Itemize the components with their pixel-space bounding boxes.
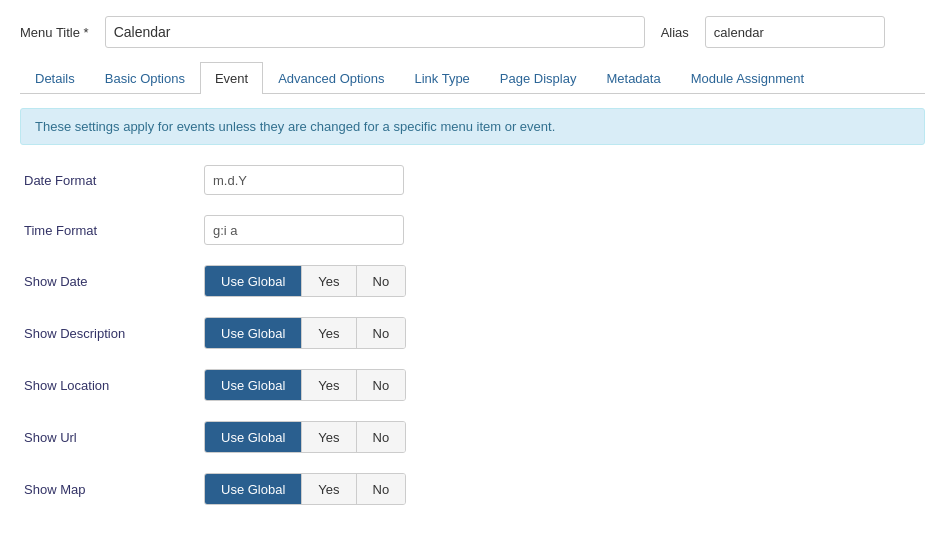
- show-location-row: Show Location Use Global Yes No: [24, 369, 921, 401]
- date-format-input[interactable]: [204, 165, 404, 195]
- show-map-row: Show Map Use Global Yes No: [24, 473, 921, 505]
- time-format-label: Time Format: [24, 223, 204, 238]
- show-location-yes[interactable]: Yes: [302, 370, 356, 400]
- tab-link-type[interactable]: Link Type: [399, 62, 484, 94]
- tab-event[interactable]: Event: [200, 62, 263, 94]
- menu-title-input[interactable]: [105, 16, 645, 48]
- show-date-btngroup: Use Global Yes No: [204, 265, 406, 297]
- show-description-row: Show Description Use Global Yes No: [24, 317, 921, 349]
- header-row: Menu Title * Alias: [20, 16, 925, 48]
- show-map-no[interactable]: No: [357, 474, 406, 504]
- tab-metadata[interactable]: Metadata: [591, 62, 675, 94]
- alias-input[interactable]: [705, 16, 885, 48]
- tab-advanced-options[interactable]: Advanced Options: [263, 62, 399, 94]
- date-format-label: Date Format: [24, 173, 204, 188]
- info-bar-text: These settings apply for events unless t…: [35, 119, 555, 134]
- menu-title-label: Menu Title *: [20, 25, 89, 40]
- show-location-no[interactable]: No: [357, 370, 406, 400]
- show-url-yes[interactable]: Yes: [302, 422, 356, 452]
- show-date-no[interactable]: No: [357, 266, 406, 296]
- date-format-row: Date Format: [24, 165, 921, 195]
- tab-page-display[interactable]: Page Display: [485, 62, 592, 94]
- show-description-btngroup: Use Global Yes No: [204, 317, 406, 349]
- show-url-label: Show Url: [24, 430, 204, 445]
- form-section: Date Format Time Format Show Date Use Gl…: [20, 165, 925, 505]
- show-date-row: Show Date Use Global Yes No: [24, 265, 921, 297]
- tab-module-assignment[interactable]: Module Assignment: [676, 62, 819, 94]
- show-map-use-global[interactable]: Use Global: [205, 474, 302, 504]
- show-description-use-global[interactable]: Use Global: [205, 318, 302, 348]
- show-url-row: Show Url Use Global Yes No: [24, 421, 921, 453]
- tab-details[interactable]: Details: [20, 62, 90, 94]
- show-date-label: Show Date: [24, 274, 204, 289]
- show-description-no[interactable]: No: [357, 318, 406, 348]
- show-map-yes[interactable]: Yes: [302, 474, 356, 504]
- tab-basic-options[interactable]: Basic Options: [90, 62, 200, 94]
- show-map-btngroup: Use Global Yes No: [204, 473, 406, 505]
- show-location-btngroup: Use Global Yes No: [204, 369, 406, 401]
- tabs: Details Basic Options Event Advanced Opt…: [20, 62, 925, 94]
- show-description-label: Show Description: [24, 326, 204, 341]
- show-date-use-global[interactable]: Use Global: [205, 266, 302, 296]
- time-format-input[interactable]: [204, 215, 404, 245]
- show-location-use-global[interactable]: Use Global: [205, 370, 302, 400]
- show-date-yes[interactable]: Yes: [302, 266, 356, 296]
- alias-label: Alias: [661, 25, 689, 40]
- page-wrapper: Menu Title * Alias Details Basic Options…: [0, 0, 945, 536]
- show-description-yes[interactable]: Yes: [302, 318, 356, 348]
- info-bar: These settings apply for events unless t…: [20, 108, 925, 145]
- show-location-label: Show Location: [24, 378, 204, 393]
- time-format-row: Time Format: [24, 215, 921, 245]
- show-url-use-global[interactable]: Use Global: [205, 422, 302, 452]
- show-url-btngroup: Use Global Yes No: [204, 421, 406, 453]
- show-url-no[interactable]: No: [357, 422, 406, 452]
- show-map-label: Show Map: [24, 482, 204, 497]
